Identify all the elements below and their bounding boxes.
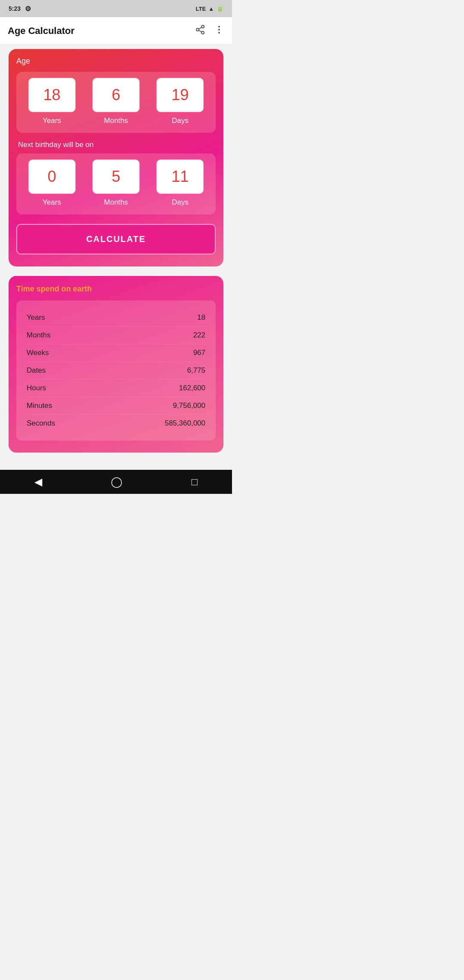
- time-row-value: 222: [193, 331, 205, 340]
- table-row: Minutes9,756,000: [27, 397, 205, 414]
- birthday-value-row: 0 Years 5 Months 11 Days: [16, 153, 216, 214]
- svg-point-6: [218, 29, 220, 31]
- network-label: LTE: [196, 6, 206, 12]
- svg-point-7: [218, 32, 220, 34]
- time-row-label: Months: [27, 331, 51, 340]
- birthday-years-box: 0 Years: [28, 159, 76, 207]
- age-months-label: Months: [104, 116, 128, 125]
- birthday-days-value: 11: [156, 159, 204, 194]
- birthday-months-value: 5: [92, 159, 140, 194]
- table-row: Hours162,600: [27, 379, 205, 397]
- recents-button[interactable]: □: [191, 476, 198, 488]
- time-card-title: Time spend on earth: [16, 285, 216, 294]
- status-time: 5:23: [9, 5, 21, 12]
- birthday-years-label: Years: [43, 198, 61, 207]
- age-years-box: 18 Years: [28, 78, 76, 125]
- table-row: Weeks967: [27, 344, 205, 361]
- age-years-label: Years: [43, 116, 61, 125]
- age-days-label: Days: [172, 116, 189, 125]
- age-value-row: 18 Years 6 Months 19 Days: [16, 72, 216, 133]
- birthday-years-value: 0: [28, 159, 76, 194]
- time-row-label: Years: [27, 313, 45, 322]
- battery-icon: 🔋: [217, 6, 223, 12]
- time-table: Years18Months222Weeks967Dates6,775Hours1…: [16, 300, 216, 441]
- table-row: Months222: [27, 326, 205, 344]
- time-row-value: 9,756,000: [173, 401, 205, 410]
- table-row: Years18: [27, 309, 205, 326]
- age-card: Age 18 Years 6 Months 19 Days Next birth…: [9, 49, 223, 266]
- time-row-value: 162,600: [179, 384, 205, 392]
- birthday-days-label: Days: [172, 198, 189, 207]
- svg-point-0: [201, 25, 204, 28]
- age-days-box: 19 Days: [156, 78, 204, 125]
- svg-line-3: [199, 30, 202, 32]
- time-row-label: Dates: [27, 366, 46, 375]
- svg-point-5: [218, 26, 220, 28]
- svg-point-1: [196, 28, 199, 31]
- nav-bar: ◀ ◯ □: [0, 470, 232, 494]
- table-row: Seconds585,360,000: [27, 414, 205, 432]
- age-section-title: Age: [16, 57, 216, 66]
- time-row-value: 585,360,000: [165, 419, 205, 428]
- svg-line-4: [199, 27, 202, 29]
- scroll-content: Age 18 Years 6 Months 19 Days Next birth…: [0, 49, 232, 466]
- app-title: Age Calculator: [8, 25, 74, 37]
- signal-icon: ▲: [208, 6, 214, 12]
- time-row-label: Weeks: [27, 349, 49, 357]
- age-days-value: 19: [156, 78, 204, 112]
- time-card: Time spend on earth Years18Months222Week…: [9, 276, 223, 453]
- age-months-box: 6 Months: [92, 78, 140, 125]
- birthday-days-box: 11 Days: [156, 159, 204, 207]
- settings-icon: ⚙: [25, 5, 31, 13]
- table-row: Dates6,775: [27, 361, 205, 379]
- next-birthday-title: Next birthday will be on: [16, 141, 216, 149]
- share-icon[interactable]: [195, 24, 205, 37]
- age-years-value: 18: [28, 78, 76, 112]
- more-options-icon[interactable]: [214, 24, 224, 37]
- home-button[interactable]: ◯: [111, 476, 122, 488]
- time-row-label: Seconds: [27, 419, 55, 428]
- status-bar: 5:23 ⚙ LTE ▲ 🔋: [0, 0, 232, 17]
- calculate-button[interactable]: CALCULATE: [16, 224, 216, 254]
- time-row-value: 18: [197, 313, 205, 322]
- birthday-months-box: 5 Months: [92, 159, 140, 207]
- birthday-months-label: Months: [104, 198, 128, 207]
- back-button[interactable]: ◀: [34, 476, 42, 488]
- age-months-value: 6: [92, 78, 140, 112]
- svg-point-2: [201, 31, 204, 34]
- time-row-label: Minutes: [27, 401, 52, 410]
- time-row-label: Hours: [27, 384, 46, 392]
- time-row-value: 967: [193, 349, 205, 357]
- app-bar: Age Calculator: [0, 17, 232, 45]
- time-row-value: 6,775: [187, 366, 205, 375]
- app-bar-actions: [195, 24, 224, 37]
